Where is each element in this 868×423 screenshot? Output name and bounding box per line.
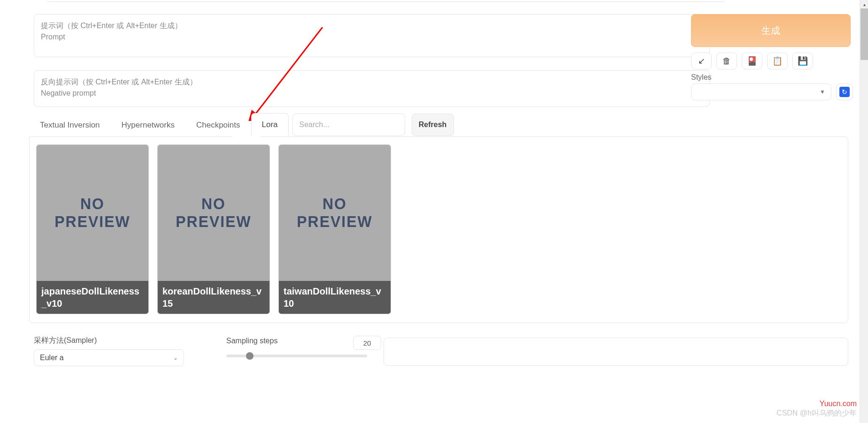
styles-label: Styles [691, 73, 853, 82]
save-style-button[interactable]: 💾 [792, 53, 813, 69]
no-preview-text: NOPREVIEW [176, 195, 252, 231]
clipboard-icon: 📋 [772, 56, 783, 66]
paste-button[interactable]: 📋 [767, 53, 788, 69]
card-preview: NOPREVIEW [158, 145, 269, 281]
negative-prompt-input[interactable]: 反向提示词（按 Ctrl+Enter 或 Alt+Enter 生成） Negat… [34, 70, 710, 107]
arrow-icon: ↙ [698, 56, 705, 66]
vertical-scrollbar[interactable]: ▴ [860, 0, 868, 423]
clear-prompt-button[interactable]: 🗑 [716, 53, 737, 69]
steps-number-input[interactable]: 20 [353, 336, 381, 350]
sampler-label: 采样方法(Sampler) [34, 336, 212, 346]
tab-lora[interactable]: Lora [251, 113, 289, 136]
chevron-down-icon: ⌄ [173, 355, 178, 361]
sampler-value: Euler a [40, 354, 64, 362]
arrow-interrogate-button[interactable]: ↙ [691, 53, 712, 69]
card-caption: koreanDollLikeness_v15 [158, 281, 269, 314]
steps-slider[interactable] [226, 355, 367, 357]
sampler-dropdown[interactable]: Euler a ⌄ [34, 349, 184, 366]
watermark-csdn: CSDN @h叫乌鸦的少年 [776, 408, 857, 418]
card-preview: NOPREVIEW [37, 145, 148, 281]
tab-textual-inversion[interactable]: Textual Inversion [29, 113, 111, 136]
generate-label: 生成 [761, 24, 780, 37]
tab-hypernetworks[interactable]: Hypernetworks [111, 113, 185, 136]
neg-prompt-placeholder-line1: 反向提示词（按 Ctrl+Enter 或 Alt+Enter 生成） [41, 76, 703, 88]
generate-button[interactable]: 生成 [691, 14, 851, 47]
card-caption: japaneseDollLikeness_v10 [37, 281, 148, 314]
no-preview-text: NOPREVIEW [297, 195, 373, 231]
styles-dropdown[interactable]: ▼ [691, 83, 831, 100]
prompt-placeholder-line1: 提示词（按 Ctrl+Enter 或 Alt+Enter 生成） [41, 20, 703, 31]
chevron-down-icon: ▼ [820, 89, 825, 95]
scroll-thumb[interactable] [860, 8, 868, 60]
steps-label: Sampling steps [226, 337, 277, 345]
output-panel [384, 338, 848, 366]
refresh-styles-button[interactable]: ↻ [836, 83, 853, 100]
card-caption: taiwanDollLikeness_v10 [279, 281, 391, 314]
watermark-yuucn: Yuucn.com [820, 400, 857, 408]
extra-networks-search-input[interactable] [292, 113, 405, 136]
save-icon: 💾 [798, 56, 808, 66]
scroll-up-arrow[interactable]: ▴ [860, 0, 868, 8]
prompt-placeholder-line2: Prompt [41, 31, 703, 43]
neg-prompt-placeholder-line2: Negative prompt [41, 88, 703, 99]
card-preview: NOPREVIEW [279, 145, 391, 281]
no-preview-text: NOPREVIEW [54, 195, 131, 231]
lora-card[interactable]: NOPREVIEW taiwanDollLikeness_v10 [278, 144, 391, 314]
extra-networks-button[interactable]: 🎴 [742, 53, 762, 69]
refresh-button[interactable]: Refresh [412, 113, 454, 136]
lora-card[interactable]: NOPREVIEW japaneseDollLikeness_v10 [36, 144, 149, 314]
slider-thumb[interactable] [246, 352, 253, 360]
refresh-icon: ↻ [839, 87, 850, 97]
trash-icon: 🗑 [722, 56, 731, 66]
card-icon: 🎴 [747, 56, 757, 66]
prompt-input[interactable]: 提示词（按 Ctrl+Enter 或 Alt+Enter 生成） Prompt [34, 14, 710, 57]
lora-cards-panel: NOPREVIEW japaneseDollLikeness_v10 NOPRE… [29, 136, 848, 323]
tab-checkpoints[interactable]: Checkpoints [185, 113, 251, 136]
lora-card[interactable]: NOPREVIEW koreanDollLikeness_v15 [157, 144, 270, 314]
